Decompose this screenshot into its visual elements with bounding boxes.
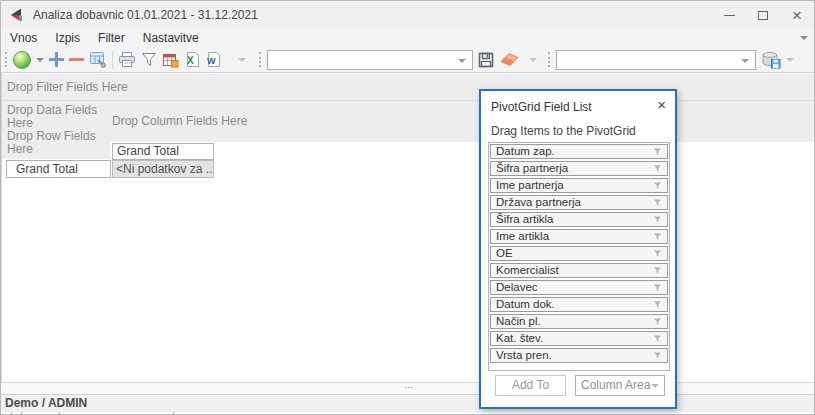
field-filter-icon[interactable] — [653, 315, 662, 329]
minimize-button[interactable] — [712, 1, 746, 29]
toolbar-combobox-1[interactable] — [267, 50, 473, 70]
maximize-icon — [758, 11, 768, 20]
field-list-item[interactable]: Datum dok. — [490, 297, 668, 312]
eraser-icon[interactable] — [499, 52, 520, 67]
grid-settings-icon[interactable] — [89, 51, 107, 68]
minimize-icon — [724, 15, 735, 16]
splitter-handle[interactable]: ··· — [1, 382, 815, 394]
refresh-dropdown-icon[interactable] — [36, 58, 44, 62]
menubar: VnosIzpisFilterNastavitve — [1, 29, 814, 47]
db-save-dropdown-icon[interactable] — [786, 58, 794, 62]
field-list-title: PivotGrid Field List — [491, 100, 592, 114]
close-button[interactable]: × — [780, 1, 814, 29]
pivot-empty-data-cell: <Ni podatkov za ... — [112, 160, 214, 178]
field-filter-icon[interactable] — [653, 349, 662, 363]
menu-item-vnos[interactable]: Vnos — [1, 29, 46, 47]
field-list-item[interactable]: Delavec — [490, 280, 668, 295]
menu-item-nastavitve[interactable]: Nastavitve — [134, 29, 208, 47]
export-excel-icon[interactable]: X — [184, 51, 200, 68]
toolbar-overflow-icon[interactable] — [800, 36, 808, 40]
maximize-button[interactable] — [746, 1, 780, 29]
pivot-row-drop-area[interactable]: Drop Row Fields Here — [7, 130, 107, 156]
field-filter-icon[interactable] — [653, 145, 662, 159]
splitter-dots-icon: ··· — [404, 382, 413, 392]
field-label: Kat. štev. — [496, 332, 543, 345]
toolbar-grip-icon[interactable] — [548, 52, 551, 67]
field-list-item[interactable]: Država partnerja — [490, 195, 668, 210]
svg-text:W: W — [207, 56, 216, 66]
field-list-hint: Drag Items to the PivotGrid — [491, 124, 636, 138]
export-word-icon[interactable]: W — [205, 51, 221, 68]
field-filter-icon[interactable] — [653, 247, 662, 261]
field-list-item[interactable]: Vrsta pren. — [490, 348, 668, 363]
area-select-combobox[interactable]: Column Area — [575, 375, 665, 396]
field-label: Ime artikla — [496, 230, 549, 243]
field-list-item[interactable]: Kat. štev. — [490, 331, 668, 346]
row-grand-total-header: Grand Total — [6, 160, 111, 178]
field-label: Datum zap. — [496, 145, 555, 158]
field-filter-icon[interactable] — [653, 281, 662, 295]
field-filter-icon[interactable] — [653, 332, 662, 346]
field-label: Vrsta pren. — [496, 349, 552, 362]
field-label: Šifra partnerja — [496, 162, 568, 175]
refresh-orb-icon[interactable] — [13, 51, 31, 69]
menu-items: VnosIzpisFilterNastavitve — [1, 29, 208, 47]
field-filter-icon[interactable] — [653, 179, 662, 193]
toolbar-grip-icon[interactable] — [5, 52, 8, 67]
field-filter-icon[interactable] — [653, 196, 662, 210]
field-list-item[interactable]: Datum zap. — [490, 144, 668, 159]
field-label: Datum dok. — [496, 298, 555, 311]
svg-text:X: X — [187, 55, 194, 66]
field-label: Ime partnerja — [496, 179, 564, 192]
calendar-icon[interactable] — [162, 52, 179, 68]
field-filter-icon[interactable] — [653, 162, 662, 176]
field-filter-icon[interactable] — [653, 298, 662, 312]
field-list: Datum zap.Šifra partnerjaIme partnerjaDr… — [488, 142, 670, 371]
export-dropdown-icon[interactable] — [238, 58, 246, 62]
combobox-dropdown-icon[interactable] — [458, 59, 466, 63]
close-icon: × — [792, 7, 802, 24]
menu-item-filter[interactable]: Filter — [89, 29, 134, 47]
field-list-close-icon[interactable]: × — [657, 96, 666, 113]
eraser-dropdown-icon[interactable] — [529, 58, 537, 62]
field-filter-icon[interactable] — [653, 230, 662, 244]
area-select-dropdown-icon[interactable] — [651, 384, 659, 388]
print-icon[interactable] — [118, 51, 136, 68]
field-list-item[interactable]: Šifra partnerja — [490, 161, 668, 176]
remove-icon[interactable] — [69, 58, 84, 61]
pivotgrid-field-list-panel: PivotGrid Field List × Drag Items to the… — [479, 89, 677, 409]
add-to-button[interactable]: Add To — [495, 375, 566, 396]
menu-item-izpis[interactable]: Izpis — [46, 29, 89, 47]
status-user-label: Demo / ADMIN — [5, 396, 87, 410]
save-icon[interactable] — [478, 52, 494, 68]
app-window: Analiza dobavnic 01.01.2021 - 31.12.2021… — [0, 0, 815, 415]
field-list-item[interactable]: Komercialist — [490, 263, 668, 278]
field-label: Delavec — [496, 281, 538, 294]
filter-funnel-icon[interactable] — [141, 52, 157, 68]
field-label: Komercialist — [496, 264, 559, 277]
field-label: OE — [496, 247, 513, 260]
field-label: Država partnerja — [496, 196, 581, 209]
field-filter-icon[interactable] — [653, 264, 662, 278]
pivot-grid: Drop Filter Fields Here Drop Data Fields… — [1, 73, 815, 382]
field-list-item[interactable]: Ime artikla — [490, 229, 668, 244]
combobox-dropdown-icon[interactable] — [741, 59, 749, 63]
pivot-column-drop-area[interactable]: Drop Column Fields Here — [112, 114, 247, 128]
toolbar-grip-icon[interactable] — [259, 52, 262, 67]
field-list-item[interactable]: Ime partnerja — [490, 178, 668, 193]
field-label: Način pl. — [496, 315, 541, 328]
toolbar: X W — [1, 47, 814, 73]
window-title: Analiza dobavnic 01.01.2021 - 31.12.2021 — [33, 8, 258, 22]
field-list-item[interactable]: Šifra artikla — [490, 212, 668, 227]
pivot-filter-drop-area[interactable]: Drop Filter Fields Here — [2, 74, 815, 101]
pivot-data-drop-area[interactable]: Drop Data Fields Here — [7, 104, 107, 130]
toolbar-combobox-2[interactable] — [556, 50, 756, 70]
field-list-item[interactable]: Način pl. — [490, 314, 668, 329]
statusbar: Demo / ADMIN — [1, 394, 815, 412]
titlebar: Analiza dobavnic 01.01.2021 - 31.12.2021… — [1, 1, 814, 29]
db-save-icon[interactable] — [761, 51, 781, 69]
add-icon[interactable] — [49, 52, 64, 67]
field-list-item[interactable]: OE — [490, 246, 668, 261]
field-filter-icon[interactable] — [653, 213, 662, 227]
toolbar-separator — [112, 51, 113, 69]
